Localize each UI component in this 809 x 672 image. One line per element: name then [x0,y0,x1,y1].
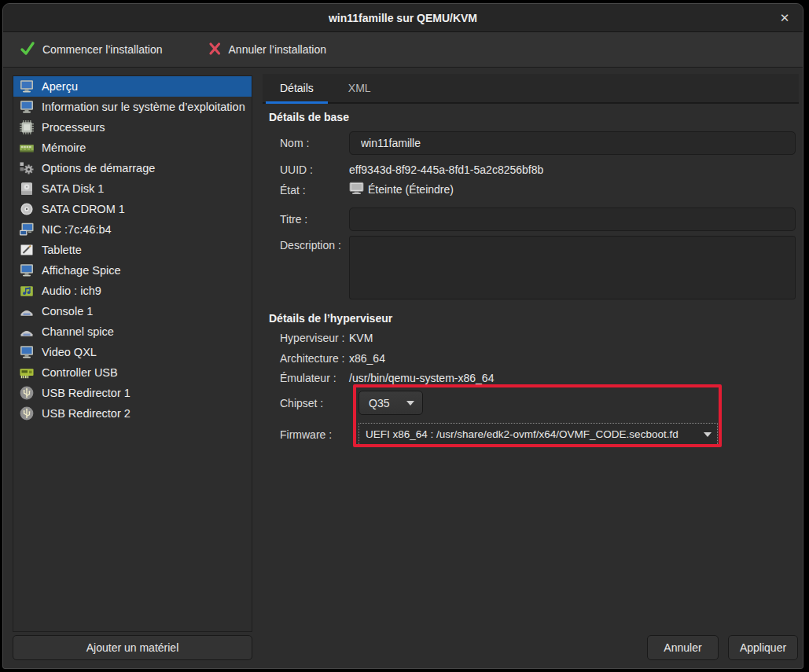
sidebar-item-label: Audio : ich9 [42,285,101,297]
sidebar-item[interactable]: NIC :7c:46:b4 [13,219,252,240]
sidebar-item-label: Channel spice [42,325,114,338]
display-icon [19,263,35,278]
chipset-label: Chipset : [280,397,323,409]
name-label: Nom : [280,137,309,149]
hardware-list: AperçuInformation sur le système d’explo… [13,75,252,632]
cancel-installation-label: Annuler l’installation [229,43,327,56]
cancel-installation-button[interactable]: Annuler l’installation [207,41,327,59]
display-icon [19,344,35,360]
sidebar-item[interactable]: USB Redirector 1 [13,383,252,403]
sidebar-item-label: Affichage Spice [42,264,121,277]
cancel-button-label: Annuler [664,641,701,654]
architecture-label: Architecture : [280,352,344,365]
tab-d-tails[interactable]: Détails [263,74,331,102]
architecture-value: x86_64 [349,352,385,365]
add-hardware-button[interactable]: Ajouter un matériel [13,635,252,660]
sidebar-item[interactable]: Options de démarrage [13,158,252,178]
chevron-down-icon [406,401,414,406]
monitor-icon [19,79,35,94]
sidebar-item-label: Aperçu [42,80,78,93]
window-title: win11famille sur QEMU/KVM [329,12,477,24]
vm-details-window: win11famille sur QEMU/KVM ✕ Commencer l’… [2,3,803,669]
add-hardware-label: Ajouter un matériel [86,641,179,654]
sidebar-item[interactable]: SATA Disk 1 [13,178,252,199]
controller-icon [19,365,35,380]
sidebar-item-label: Processeurs [42,121,105,134]
hypervisor-label: Hyperviseur : [280,332,344,344]
name-input[interactable] [349,131,796,155]
sidebar-item-label: Options de démarrage [42,162,155,174]
cancel-button[interactable]: Annuler [647,635,719,660]
sidebar-item-label: USB Redirector 2 [42,407,131,420]
firmware-dropdown[interactable]: UEFI x86_64 : /usr/share/edk2-ovmf/x64/O… [359,423,718,446]
hypervisor-section-title: Détails de l’hyperviseur [269,312,392,325]
toolbar: Commencer l’installation Annuler l’insta… [3,32,803,68]
sidebar-item[interactable]: Controller USB [13,362,252,383]
state-row: Éteinte (Éteindre) [349,182,454,197]
sidebar-item[interactable]: Tablette [13,240,252,260]
tablet-icon [19,242,35,258]
sidebar-item-label: Mémoire [42,141,86,154]
boot-gear-icon [19,160,35,176]
sidebar-item-label: NIC :7c:46:b4 [42,223,112,236]
state-value: Éteinte (Éteindre) [368,183,454,196]
sidebar-item[interactable]: SATA CDROM 1 [13,199,252,219]
firmware-label: Firmware : [280,428,332,441]
sidebar-item-label: Information sur le système d’exploitatio… [42,101,245,113]
sidebar-item-label: Video QXL [42,346,97,358]
sidebar-item[interactable]: Channel spice [13,321,252,342]
chipset-dropdown[interactable]: Q35 [359,391,423,415]
firmware-value: UEFI x86_64 : /usr/share/edk2-ovmf/x64/O… [366,428,678,440]
network-icon [19,222,35,237]
usb-icon [19,385,35,401]
base-section-title: Détails de base [269,111,349,123]
sidebar-item[interactable]: Aperçu [13,76,252,97]
sidebar-item[interactable]: Information sur le système d’exploitatio… [13,97,252,117]
sidebar-item-label: Controller USB [42,366,118,379]
begin-installation-button[interactable]: Commencer l’installation [19,40,163,60]
tab-xml[interactable]: XML [331,74,388,102]
check-icon [19,40,36,60]
chipset-value: Q35 [369,397,389,409]
sidebar-item[interactable]: Processeurs [13,117,252,138]
emulator-label: Émulateur : [280,372,336,384]
chevron-down-icon [704,432,712,437]
sidebar-item-label: USB Redirector 1 [42,387,131,399]
cdrom-icon [19,201,35,217]
sidebar-item-label: Console 1 [42,305,93,318]
shutoff-monitor-icon [349,182,364,197]
hypervisor-value: KVM [349,332,373,344]
serial-icon [19,324,35,340]
disk-icon [19,181,35,196]
uuid-value: eff9343d-8f92-445a-8fd1-5a2c8256bf8b [349,163,543,176]
monitor-icon [19,99,35,115]
sidebar-item[interactable]: Mémoire [13,138,252,158]
serial-icon [19,303,35,319]
usb-icon [19,406,35,421]
sidebar-item[interactable]: Video QXL [13,342,252,362]
sidebar-item[interactable]: Affichage Spice [13,260,252,281]
sidebar-item[interactable]: Audio : ich9 [13,281,252,301]
description-label: Description : [280,239,341,252]
sidebar-item-label: Tablette [42,244,82,256]
sidebar-item-label: SATA Disk 1 [42,182,104,195]
sidebar-item-label: SATA CDROM 1 [42,203,125,215]
audio-icon [19,283,35,299]
memory-icon [19,140,35,156]
cross-icon [207,41,222,59]
title-input[interactable] [349,207,796,231]
emulator-value: /usr/bin/qemu-system-x86_64 [349,372,494,384]
uuid-label: UUID : [280,163,313,176]
state-label: État : [280,184,306,196]
tabstrip: DétailsXML [263,74,799,104]
sidebar-item[interactable]: Console 1 [13,301,252,321]
cpu-icon [19,119,35,135]
apply-button[interactable]: Appliquer [728,635,798,660]
title-label: Titre : [280,213,307,226]
description-textarea[interactable] [349,236,796,299]
apply-button-label: Appliquer [740,641,786,654]
begin-installation-label: Commencer l’installation [42,43,163,56]
close-icon[interactable]: ✕ [774,8,795,28]
titlebar: win11famille sur QEMU/KVM ✕ [3,4,803,32]
sidebar-item[interactable]: USB Redirector 2 [13,403,252,424]
